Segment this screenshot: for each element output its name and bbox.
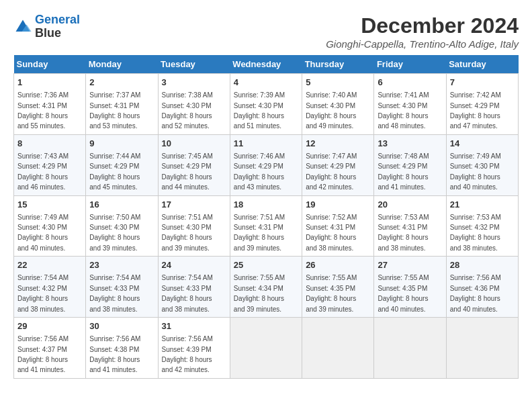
day-number: 2: [89, 77, 154, 89]
day-number: 16: [89, 199, 154, 211]
day-info: Sunrise: 7:50 AMSunset: 4:30 PMDaylight:…: [89, 214, 140, 252]
calendar-cell: 6Sunrise: 7:41 AMSunset: 4:30 PMDaylight…: [374, 74, 446, 135]
day-number: 31: [162, 320, 226, 332]
logo-icon: [13, 17, 32, 36]
calendar-header-wednesday: Wednesday: [230, 55, 302, 74]
calendar-cell: 22Sunrise: 7:54 AMSunset: 4:32 PMDayligh…: [14, 257, 86, 318]
calendar-cell: [446, 318, 518, 379]
calendar-header-saturday: Saturday: [446, 55, 518, 74]
title-section: December 2024 Gionghi-Cappella, Trentino…: [326, 13, 519, 50]
calendar-cell: 7Sunrise: 7:42 AMSunset: 4:29 PMDaylight…: [446, 74, 518, 135]
calendar-cell: 15Sunrise: 7:49 AMSunset: 4:30 PMDayligh…: [14, 195, 86, 257]
day-number: 19: [306, 199, 370, 211]
day-number: 13: [378, 138, 442, 150]
day-number: 27: [378, 259, 442, 271]
day-number: 10: [162, 138, 226, 150]
calendar-header-tuesday: Tuesday: [158, 55, 230, 74]
day-number: 18: [234, 199, 298, 211]
header: General Blue December 2024 Gionghi-Cappe…: [13, 13, 519, 50]
day-number: 4: [234, 77, 298, 89]
day-number: 5: [306, 77, 370, 89]
calendar-header-friday: Friday: [374, 55, 446, 74]
logo: General Blue: [13, 13, 80, 40]
day-info: Sunrise: 7:56 AMSunset: 4:36 PMDaylight:…: [450, 274, 501, 312]
calendar-cell: 31Sunrise: 7:56 AMSunset: 4:39 PMDayligh…: [158, 318, 230, 379]
day-number: 11: [234, 138, 298, 150]
day-info: Sunrise: 7:41 AMSunset: 4:30 PMDaylight:…: [378, 91, 429, 130]
day-number: 8: [17, 138, 82, 150]
calendar-cell: [230, 318, 302, 379]
day-number: 9: [89, 138, 154, 150]
day-number: 21: [450, 199, 515, 211]
calendar-header-row: SundayMondayTuesdayWednesdayThursdayFrid…: [14, 55, 519, 74]
day-info: Sunrise: 7:38 AMSunset: 4:30 PMDaylight:…: [162, 91, 213, 130]
day-info: Sunrise: 7:45 AMSunset: 4:29 PMDaylight:…: [162, 152, 213, 191]
day-info: Sunrise: 7:55 AMSunset: 4:34 PMDaylight:…: [234, 274, 285, 312]
calendar-table: SundayMondayTuesdayWednesdayThursdayFrid…: [13, 55, 519, 379]
calendar-week-row: 22Sunrise: 7:54 AMSunset: 4:32 PMDayligh…: [14, 257, 519, 318]
day-info: Sunrise: 7:52 AMSunset: 4:31 PMDaylight:…: [306, 214, 357, 252]
day-info: Sunrise: 7:55 AMSunset: 4:35 PMDaylight:…: [378, 274, 429, 312]
day-info: Sunrise: 7:42 AMSunset: 4:29 PMDaylight:…: [450, 91, 501, 130]
calendar-cell: 13Sunrise: 7:48 AMSunset: 4:29 PMDayligh…: [374, 134, 446, 195]
day-number: 20: [378, 199, 442, 211]
calendar-cell: 25Sunrise: 7:55 AMSunset: 4:34 PMDayligh…: [230, 257, 302, 318]
calendar-cell: 23Sunrise: 7:54 AMSunset: 4:33 PMDayligh…: [86, 257, 158, 318]
subtitle: Gionghi-Cappella, Trentino-Alto Adige, I…: [326, 38, 519, 50]
day-number: 22: [17, 259, 82, 271]
day-info: Sunrise: 7:56 AMSunset: 4:39 PMDaylight:…: [162, 335, 213, 373]
calendar-cell: 11Sunrise: 7:46 AMSunset: 4:29 PMDayligh…: [230, 134, 302, 195]
day-number: 12: [306, 138, 370, 150]
main-title: December 2024: [326, 13, 519, 38]
day-number: 26: [306, 259, 370, 271]
day-info: Sunrise: 7:48 AMSunset: 4:29 PMDaylight:…: [378, 152, 429, 191]
day-number: 14: [450, 138, 515, 150]
calendar-cell: 12Sunrise: 7:47 AMSunset: 4:29 PMDayligh…: [302, 134, 374, 195]
day-number: 7: [450, 77, 515, 89]
calendar-cell: 29Sunrise: 7:56 AMSunset: 4:37 PMDayligh…: [14, 318, 86, 379]
day-info: Sunrise: 7:44 AMSunset: 4:29 PMDaylight:…: [89, 152, 140, 191]
day-number: 1: [17, 77, 82, 89]
calendar-cell: 16Sunrise: 7:50 AMSunset: 4:30 PMDayligh…: [86, 195, 158, 257]
day-info: Sunrise: 7:53 AMSunset: 4:31 PMDaylight:…: [378, 214, 429, 252]
day-info: Sunrise: 7:56 AMSunset: 4:37 PMDaylight:…: [17, 335, 69, 373]
day-number: 15: [17, 199, 82, 211]
day-info: Sunrise: 7:51 AMSunset: 4:31 PMDaylight:…: [234, 214, 285, 252]
calendar-cell: 8Sunrise: 7:43 AMSunset: 4:29 PMDaylight…: [14, 134, 86, 195]
calendar-cell: 10Sunrise: 7:45 AMSunset: 4:29 PMDayligh…: [158, 134, 230, 195]
calendar-cell: 17Sunrise: 7:51 AMSunset: 4:30 PMDayligh…: [158, 195, 230, 257]
day-info: Sunrise: 7:54 AMSunset: 4:33 PMDaylight:…: [89, 274, 140, 312]
day-number: 25: [234, 259, 298, 271]
calendar-cell: 1Sunrise: 7:36 AMSunset: 4:31 PMDaylight…: [14, 74, 86, 135]
calendar-header-thursday: Thursday: [302, 55, 374, 74]
day-info: Sunrise: 7:51 AMSunset: 4:30 PMDaylight:…: [162, 214, 213, 252]
day-number: 28: [450, 259, 515, 271]
calendar-cell: 3Sunrise: 7:38 AMSunset: 4:30 PMDaylight…: [158, 74, 230, 135]
day-info: Sunrise: 7:54 AMSunset: 4:33 PMDaylight:…: [162, 274, 213, 312]
calendar-cell: 27Sunrise: 7:55 AMSunset: 4:35 PMDayligh…: [374, 257, 446, 318]
day-number: 6: [378, 77, 442, 89]
calendar-week-row: 1Sunrise: 7:36 AMSunset: 4:31 PMDaylight…: [14, 74, 519, 135]
day-number: 29: [17, 320, 82, 332]
calendar-cell: 4Sunrise: 7:39 AMSunset: 4:30 PMDaylight…: [230, 74, 302, 135]
day-info: Sunrise: 7:36 AMSunset: 4:31 PMDaylight:…: [17, 91, 69, 130]
day-number: 30: [89, 320, 154, 332]
calendar-week-row: 8Sunrise: 7:43 AMSunset: 4:29 PMDaylight…: [14, 134, 519, 195]
calendar-cell: 9Sunrise: 7:44 AMSunset: 4:29 PMDaylight…: [86, 134, 158, 195]
calendar-cell: 21Sunrise: 7:53 AMSunset: 4:32 PMDayligh…: [446, 195, 518, 257]
day-number: 24: [162, 259, 226, 271]
calendar-week-row: 29Sunrise: 7:56 AMSunset: 4:37 PMDayligh…: [14, 318, 519, 379]
day-info: Sunrise: 7:54 AMSunset: 4:32 PMDaylight:…: [17, 274, 69, 312]
day-info: Sunrise: 7:40 AMSunset: 4:30 PMDaylight:…: [306, 91, 357, 130]
calendar-cell: 24Sunrise: 7:54 AMSunset: 4:33 PMDayligh…: [158, 257, 230, 318]
calendar-cell: 19Sunrise: 7:52 AMSunset: 4:31 PMDayligh…: [302, 195, 374, 257]
day-info: Sunrise: 7:39 AMSunset: 4:30 PMDaylight:…: [234, 91, 285, 130]
day-number: 3: [162, 77, 226, 89]
calendar-cell: 2Sunrise: 7:37 AMSunset: 4:31 PMDaylight…: [86, 74, 158, 135]
logo-text: General Blue: [35, 13, 80, 40]
day-number: 17: [162, 199, 226, 211]
day-info: Sunrise: 7:56 AMSunset: 4:38 PMDaylight:…: [89, 335, 140, 373]
calendar-header-sunday: Sunday: [14, 55, 86, 74]
calendar-header-monday: Monday: [86, 55, 158, 74]
day-info: Sunrise: 7:49 AMSunset: 4:30 PMDaylight:…: [450, 152, 501, 191]
